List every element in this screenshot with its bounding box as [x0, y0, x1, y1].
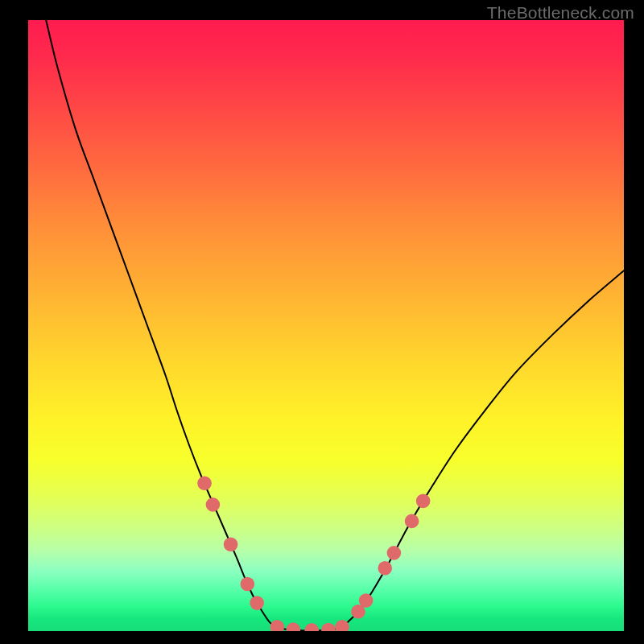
- data-marker: [416, 494, 431, 509]
- data-marker: [241, 577, 255, 592]
- plot-area: [28, 20, 624, 631]
- data-marker: [250, 596, 264, 610]
- watermark-text: TheBottleneck.com: [487, 3, 634, 23]
- data-marker: [387, 546, 402, 560]
- data-marker: [359, 593, 374, 608]
- data-marker: [321, 623, 336, 631]
- data-marker: [270, 620, 285, 631]
- data-marker: [197, 477, 212, 491]
- data-marker: [287, 622, 301, 631]
- data-marker: [335, 620, 349, 631]
- data-marker: [405, 514, 419, 529]
- bottleneck-curve: [46, 20, 624, 630]
- data-marker: [378, 561, 392, 576]
- chart-frame: TheBottleneck.com: [0, 0, 644, 644]
- data-marker: [224, 537, 238, 551]
- data-marker: [304, 623, 319, 631]
- data-marker: [206, 497, 221, 512]
- curve-overlay: [28, 20, 624, 631]
